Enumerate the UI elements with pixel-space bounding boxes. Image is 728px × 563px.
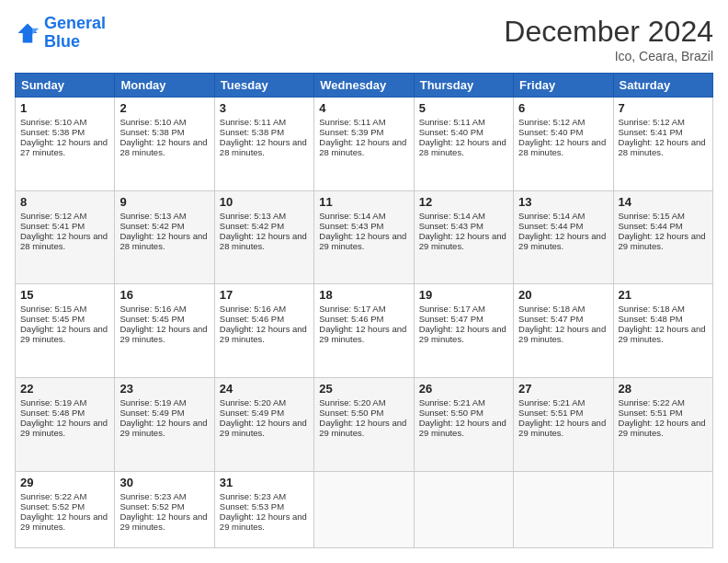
header-saturday: Saturday (613, 74, 712, 98)
logo-icon (15, 20, 40, 46)
table-row: 3Sunrise: 5:11 AMSunset: 5:38 PMDaylight… (214, 98, 313, 191)
day-number: 28 (619, 382, 708, 396)
sunrise-text: Sunrise: 5:19 AM (20, 397, 86, 408)
sunset-text: Sunset: 5:42 PM (119, 221, 184, 231)
table-row: 29Sunrise: 5:22 AMSunset: 5:52 PMDayligh… (16, 471, 115, 547)
sunset-text: Sunset: 5:50 PM (319, 408, 383, 418)
table-row: 5Sunrise: 5:11 AMSunset: 5:40 PMDaylight… (414, 98, 513, 191)
sunrise-text: Sunrise: 5:17 AM (419, 304, 485, 314)
table-row: 7Sunrise: 5:12 AMSunset: 5:41 PMDaylight… (613, 98, 712, 191)
sunrise-text: Sunrise: 5:22 AM (619, 397, 685, 408)
daylight-text: Daylight: 12 hours and 29 minutes. (119, 324, 207, 344)
day-number: 10 (220, 195, 309, 209)
table-row: 25Sunrise: 5:20 AMSunset: 5:50 PMDayligh… (314, 378, 414, 472)
daylight-text: Daylight: 12 hours and 29 minutes. (20, 511, 108, 532)
day-number: 25 (319, 382, 408, 396)
header-tuesday: Tuesday (214, 74, 313, 98)
day-number: 23 (119, 382, 209, 396)
daylight-text: Daylight: 12 hours and 28 minutes. (119, 231, 207, 251)
sunrise-text: Sunrise: 5:18 AM (518, 304, 585, 314)
page: General Blue December 2024 Ico, Ceara, B… (0, 0, 728, 563)
daylight-text: Daylight: 12 hours and 29 minutes. (518, 418, 606, 438)
table-row (414, 471, 513, 547)
header-friday: Friday (514, 74, 613, 98)
daylight-text: Daylight: 12 hours and 28 minutes. (119, 137, 207, 157)
sunset-text: Sunset: 5:49 PM (119, 408, 184, 418)
sunset-text: Sunset: 5:40 PM (518, 127, 583, 137)
table-row (613, 471, 712, 547)
table-row: 15Sunrise: 5:15 AMSunset: 5:45 PMDayligh… (16, 284, 115, 378)
daylight-text: Daylight: 12 hours and 28 minutes. (220, 231, 307, 251)
day-number: 20 (518, 288, 608, 302)
day-number: 27 (518, 382, 608, 396)
day-number: 21 (619, 288, 708, 302)
table-row: 20Sunrise: 5:18 AMSunset: 5:47 PMDayligh… (514, 284, 613, 378)
day-number: 15 (20, 288, 109, 302)
daylight-text: Daylight: 12 hours and 29 minutes. (319, 418, 406, 438)
daylight-text: Daylight: 12 hours and 28 minutes. (220, 137, 307, 157)
table-row: 1Sunrise: 5:10 AMSunset: 5:38 PMDaylight… (16, 98, 115, 191)
day-number: 16 (119, 288, 209, 302)
sunset-text: Sunset: 5:45 PM (20, 314, 85, 324)
sunrise-text: Sunrise: 5:11 AM (419, 117, 485, 127)
header-sunday: Sunday (16, 74, 115, 98)
table-row: 8Sunrise: 5:12 AMSunset: 5:41 PMDaylight… (16, 190, 115, 284)
daylight-text: Daylight: 12 hours and 29 minutes. (20, 418, 108, 438)
day-number: 2 (119, 101, 209, 115)
daylight-text: Daylight: 12 hours and 29 minutes. (220, 418, 307, 438)
daylight-text: Daylight: 12 hours and 29 minutes. (619, 324, 706, 344)
header-thursday: Thursday (414, 74, 513, 98)
daylight-text: Daylight: 12 hours and 28 minutes. (319, 137, 406, 157)
table-row: 2Sunrise: 5:10 AMSunset: 5:38 PMDaylight… (115, 98, 214, 191)
sunrise-text: Sunrise: 5:14 AM (518, 211, 585, 221)
day-number: 14 (619, 195, 708, 209)
day-number: 7 (619, 101, 708, 115)
day-number: 4 (319, 101, 408, 115)
day-number: 6 (518, 101, 608, 115)
sunset-text: Sunset: 5:45 PM (119, 314, 184, 324)
sunset-text: Sunset: 5:53 PM (220, 501, 284, 511)
table-row: 26Sunrise: 5:21 AMSunset: 5:50 PMDayligh… (414, 378, 513, 472)
sunrise-text: Sunrise: 5:13 AM (119, 211, 186, 221)
header: General Blue December 2024 Ico, Ceara, B… (15, 15, 713, 63)
day-number: 8 (20, 195, 109, 209)
day-number: 30 (119, 476, 209, 489)
sunrise-text: Sunrise: 5:23 AM (220, 491, 286, 501)
table-row (514, 471, 613, 547)
day-number: 19 (419, 288, 508, 302)
day-number: 3 (220, 101, 309, 115)
table-row: 16Sunrise: 5:16 AMSunset: 5:45 PMDayligh… (115, 284, 214, 378)
day-number: 26 (419, 382, 508, 396)
day-number: 13 (518, 195, 608, 209)
daylight-text: Daylight: 12 hours and 29 minutes. (518, 231, 606, 251)
table-row: 18Sunrise: 5:17 AMSunset: 5:46 PMDayligh… (314, 284, 414, 378)
sunrise-text: Sunrise: 5:15 AM (619, 211, 685, 221)
table-row: 24Sunrise: 5:20 AMSunset: 5:49 PMDayligh… (214, 378, 313, 472)
table-row: 31Sunrise: 5:23 AMSunset: 5:53 PMDayligh… (214, 471, 313, 547)
daylight-text: Daylight: 12 hours and 29 minutes. (220, 324, 307, 344)
table-row: 21Sunrise: 5:18 AMSunset: 5:48 PMDayligh… (613, 284, 712, 378)
table-row: 13Sunrise: 5:14 AMSunset: 5:44 PMDayligh… (514, 190, 613, 284)
day-number: 9 (119, 195, 209, 209)
header-wednesday: Wednesday (314, 74, 414, 98)
sunrise-text: Sunrise: 5:14 AM (419, 211, 485, 221)
main-title: December 2024 (504, 15, 713, 49)
sunset-text: Sunset: 5:38 PM (220, 127, 284, 137)
sunset-text: Sunset: 5:38 PM (20, 127, 85, 137)
sunset-text: Sunset: 5:46 PM (220, 314, 284, 324)
sunrise-text: Sunrise: 5:20 AM (220, 397, 286, 408)
daylight-text: Daylight: 12 hours and 27 minutes. (20, 137, 108, 157)
daylight-text: Daylight: 12 hours and 28 minutes. (619, 137, 706, 157)
sunset-text: Sunset: 5:51 PM (619, 408, 683, 418)
title-block: December 2024 Ico, Ceara, Brazil (504, 15, 713, 63)
daylight-text: Daylight: 12 hours and 29 minutes. (619, 231, 706, 251)
sunset-text: Sunset: 5:51 PM (518, 408, 583, 418)
sunrise-text: Sunrise: 5:12 AM (518, 117, 585, 127)
table-row: 14Sunrise: 5:15 AMSunset: 5:44 PMDayligh… (613, 190, 712, 284)
sunset-text: Sunset: 5:48 PM (20, 408, 85, 418)
table-row: 28Sunrise: 5:22 AMSunset: 5:51 PMDayligh… (613, 378, 712, 472)
day-number: 17 (220, 288, 309, 302)
logo-text: General Blue (44, 15, 106, 52)
sunrise-text: Sunrise: 5:20 AM (319, 397, 385, 408)
table-row: 9Sunrise: 5:13 AMSunset: 5:42 PMDaylight… (115, 190, 214, 284)
